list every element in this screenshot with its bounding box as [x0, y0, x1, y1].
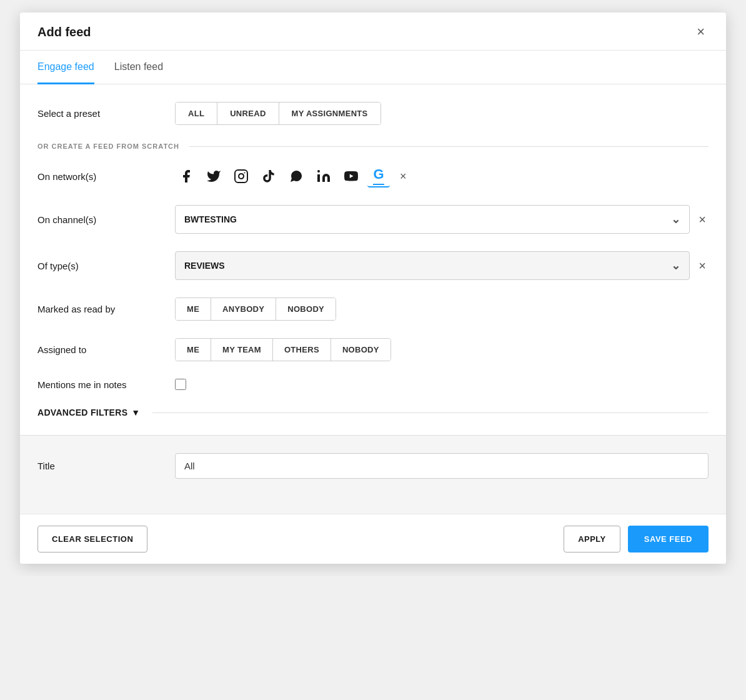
preset-unread-button[interactable]: UNREAD — [217, 102, 279, 124]
channels-row: On channel(s) BWTESTING ⌄ × — [37, 205, 709, 234]
preset-myassignments-button[interactable]: MY ASSIGNMENTS — [279, 102, 380, 124]
assigned-myteam-button[interactable]: MY TEAM — [211, 339, 273, 361]
networks-clear-button[interactable]: × — [400, 170, 407, 183]
save-feed-button[interactable]: SAVE FEED — [628, 526, 709, 552]
marked-read-buttons: ME ANYBODY NOBODY — [175, 298, 336, 321]
assigned-to-buttons: ME MY TEAM OTHERS NOBODY — [175, 338, 391, 361]
title-label: Title — [37, 461, 175, 471]
preset-label: Select a preset — [37, 108, 175, 119]
marked-read-nobody-button[interactable]: NOBODY — [276, 298, 336, 320]
close-button[interactable]: × — [693, 24, 709, 40]
preset-buttons-group: ALL UNREAD MY ASSIGNMENTS — [175, 102, 381, 125]
assigned-me-button[interactable]: ME — [176, 339, 211, 361]
types-clear-button[interactable]: × — [696, 259, 709, 273]
title-control — [175, 453, 709, 479]
footer-left: CLEAR SELECTION — [37, 526, 147, 552]
assigned-to-label: Assigned to — [37, 344, 175, 355]
modal-title: Add feed — [37, 25, 91, 39]
networks-row: On network(s) — [37, 165, 709, 188]
tabs-bar: Engage feed Listen feed — [20, 51, 726, 84]
or-line — [189, 146, 709, 147]
whatsapp-icon[interactable] — [285, 165, 307, 188]
linkedin-icon[interactable] — [312, 165, 335, 188]
types-controls: REVIEWS ⌄ × — [175, 251, 709, 280]
or-create-text: OR CREATE A FEED FROM SCRATCH — [37, 142, 179, 150]
types-select[interactable]: REVIEWS ⌄ — [175, 251, 690, 280]
svg-rect-2 — [317, 174, 320, 182]
channels-chevron-icon: ⌄ — [671, 212, 680, 226]
channels-select[interactable]: BWTESTING ⌄ — [175, 205, 690, 234]
preset-controls: ALL UNREAD MY ASSIGNMENTS — [175, 102, 709, 125]
types-chevron-icon: ⌄ — [671, 259, 680, 272]
marked-read-row: Marked as read by ME ANYBODY NOBODY — [37, 298, 709, 321]
svg-rect-0 — [235, 170, 247, 182]
google-icon[interactable]: G — [367, 165, 390, 188]
title-row: Title — [37, 453, 709, 479]
tiktok-icon[interactable] — [257, 165, 280, 188]
networks-controls: G × — [175, 165, 709, 188]
instagram-icon[interactable] — [230, 165, 252, 188]
marked-read-anybody-button[interactable]: ANYBODY — [211, 298, 276, 320]
mentions-checkbox-wrapper — [175, 379, 709, 390]
advanced-filters-line — [152, 412, 709, 413]
tab-engage[interactable]: Engage feed — [37, 51, 94, 84]
preset-all-button[interactable]: ALL — [176, 102, 217, 124]
modal-header: Add feed × — [20, 12, 726, 51]
apply-button[interactable]: APPLY — [564, 526, 620, 552]
mentions-checkbox[interactable] — [175, 379, 186, 390]
mentions-row: Mentions me in notes — [37, 379, 709, 390]
advanced-filters-chevron-icon: ▼ — [131, 408, 140, 418]
or-divider: OR CREATE A FEED FROM SCRATCH — [37, 142, 709, 150]
channels-clear-button[interactable]: × — [696, 212, 709, 227]
tab-listen[interactable]: Listen feed — [114, 51, 163, 84]
networks-label: On network(s) — [37, 171, 175, 182]
assigned-nobody-button[interactable]: NOBODY — [331, 339, 390, 361]
add-feed-modal: Add feed × Engage feed Listen feed Selec… — [20, 12, 726, 564]
channels-label: On channel(s) — [37, 214, 175, 225]
marked-read-me-button[interactable]: ME — [176, 298, 211, 320]
modal-body: Select a preset ALL UNREAD MY ASSIGNMENT… — [20, 84, 726, 435]
facebook-icon[interactable] — [175, 165, 197, 188]
networks-icons-row: G × — [175, 165, 709, 188]
advanced-section: Title — [20, 435, 726, 514]
twitter-icon[interactable] — [202, 165, 225, 188]
clear-selection-button[interactable]: CLEAR SELECTION — [37, 526, 147, 552]
modal-footer: CLEAR SELECTION APPLY SAVE FEED — [20, 514, 726, 564]
types-label: Of type(s) — [37, 261, 175, 271]
advanced-filters-toggle[interactable]: ADVANCED FILTERS ▼ — [37, 408, 140, 418]
svg-point-3 — [317, 170, 320, 172]
assigned-to-row: Assigned to ME MY TEAM OTHERS NOBODY — [37, 338, 709, 361]
types-row: Of type(s) REVIEWS ⌄ × — [37, 251, 709, 280]
assigned-others-button[interactable]: OTHERS — [273, 339, 331, 361]
youtube-icon[interactable] — [340, 165, 362, 188]
network-icons-group: G — [175, 165, 390, 188]
mentions-label: Mentions me in notes — [37, 379, 175, 390]
mentions-controls — [175, 379, 709, 390]
channels-controls: BWTESTING ⌄ × — [175, 205, 709, 234]
assigned-to-controls: ME MY TEAM OTHERS NOBODY — [175, 338, 709, 361]
footer-right: APPLY SAVE FEED — [564, 526, 709, 552]
marked-read-label: Marked as read by — [37, 304, 175, 314]
title-input[interactable] — [175, 453, 709, 479]
preset-row: Select a preset ALL UNREAD MY ASSIGNMENT… — [37, 102, 709, 125]
marked-read-controls: ME ANYBODY NOBODY — [175, 298, 709, 321]
advanced-filters-row: ADVANCED FILTERS ▼ — [37, 408, 709, 435]
